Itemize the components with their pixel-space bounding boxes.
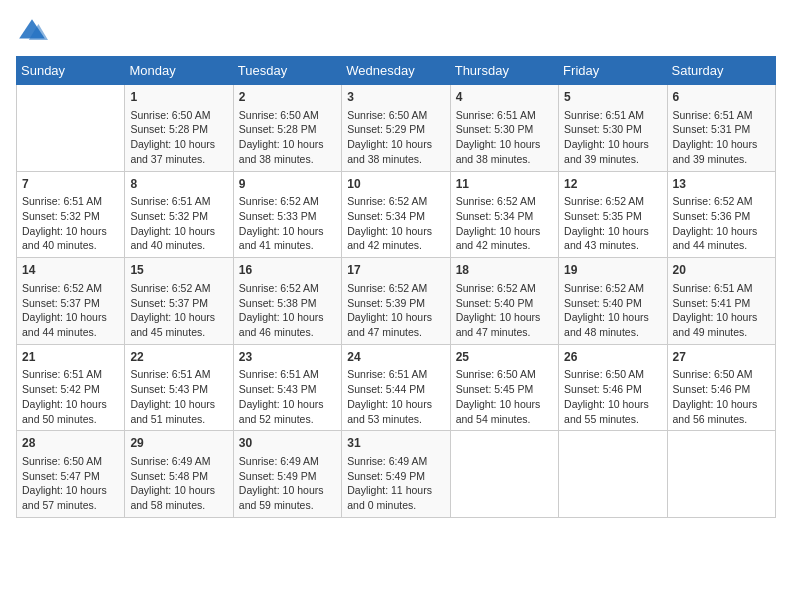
calendar-cell: 9Sunrise: 6:52 AM Sunset: 5:33 PM Daylig… (233, 171, 341, 258)
day-number: 23 (239, 349, 336, 366)
day-number: 30 (239, 435, 336, 452)
day-info: Sunrise: 6:52 AM Sunset: 5:38 PM Dayligh… (239, 281, 336, 340)
day-number: 24 (347, 349, 444, 366)
calendar-cell: 30Sunrise: 6:49 AM Sunset: 5:49 PM Dayli… (233, 431, 341, 518)
day-info: Sunrise: 6:49 AM Sunset: 5:49 PM Dayligh… (347, 454, 444, 513)
column-header-monday: Monday (125, 57, 233, 85)
calendar-table: SundayMondayTuesdayWednesdayThursdayFrid… (16, 56, 776, 518)
day-info: Sunrise: 6:52 AM Sunset: 5:40 PM Dayligh… (456, 281, 553, 340)
calendar-cell: 12Sunrise: 6:52 AM Sunset: 5:35 PM Dayli… (559, 171, 667, 258)
day-info: Sunrise: 6:52 AM Sunset: 5:36 PM Dayligh… (673, 194, 770, 253)
column-header-saturday: Saturday (667, 57, 775, 85)
calendar-cell (559, 431, 667, 518)
calendar-cell: 3Sunrise: 6:50 AM Sunset: 5:29 PM Daylig… (342, 85, 450, 172)
week-row-5: 28Sunrise: 6:50 AM Sunset: 5:47 PM Dayli… (17, 431, 776, 518)
day-info: Sunrise: 6:51 AM Sunset: 5:44 PM Dayligh… (347, 367, 444, 426)
calendar-cell: 10Sunrise: 6:52 AM Sunset: 5:34 PM Dayli… (342, 171, 450, 258)
day-info: Sunrise: 6:51 AM Sunset: 5:30 PM Dayligh… (456, 108, 553, 167)
column-header-friday: Friday (559, 57, 667, 85)
logo (16, 16, 52, 48)
day-info: Sunrise: 6:52 AM Sunset: 5:35 PM Dayligh… (564, 194, 661, 253)
page-header (16, 16, 776, 48)
day-number: 12 (564, 176, 661, 193)
day-number: 28 (22, 435, 119, 452)
day-number: 7 (22, 176, 119, 193)
calendar-cell: 31Sunrise: 6:49 AM Sunset: 5:49 PM Dayli… (342, 431, 450, 518)
day-info: Sunrise: 6:52 AM Sunset: 5:34 PM Dayligh… (347, 194, 444, 253)
calendar-cell: 25Sunrise: 6:50 AM Sunset: 5:45 PM Dayli… (450, 344, 558, 431)
day-number: 14 (22, 262, 119, 279)
calendar-cell: 6Sunrise: 6:51 AM Sunset: 5:31 PM Daylig… (667, 85, 775, 172)
week-row-2: 7Sunrise: 6:51 AM Sunset: 5:32 PM Daylig… (17, 171, 776, 258)
day-number: 16 (239, 262, 336, 279)
day-info: Sunrise: 6:51 AM Sunset: 5:43 PM Dayligh… (239, 367, 336, 426)
day-number: 4 (456, 89, 553, 106)
day-info: Sunrise: 6:50 AM Sunset: 5:46 PM Dayligh… (673, 367, 770, 426)
week-row-3: 14Sunrise: 6:52 AM Sunset: 5:37 PM Dayli… (17, 258, 776, 345)
day-number: 8 (130, 176, 227, 193)
day-info: Sunrise: 6:50 AM Sunset: 5:28 PM Dayligh… (130, 108, 227, 167)
day-number: 10 (347, 176, 444, 193)
calendar-cell: 28Sunrise: 6:50 AM Sunset: 5:47 PM Dayli… (17, 431, 125, 518)
calendar-cell: 16Sunrise: 6:52 AM Sunset: 5:38 PM Dayli… (233, 258, 341, 345)
day-info: Sunrise: 6:52 AM Sunset: 5:33 PM Dayligh… (239, 194, 336, 253)
calendar-cell: 4Sunrise: 6:51 AM Sunset: 5:30 PM Daylig… (450, 85, 558, 172)
week-row-4: 21Sunrise: 6:51 AM Sunset: 5:42 PM Dayli… (17, 344, 776, 431)
column-header-sunday: Sunday (17, 57, 125, 85)
calendar-cell: 18Sunrise: 6:52 AM Sunset: 5:40 PM Dayli… (450, 258, 558, 345)
day-number: 29 (130, 435, 227, 452)
calendar-cell: 5Sunrise: 6:51 AM Sunset: 5:30 PM Daylig… (559, 85, 667, 172)
calendar-cell: 15Sunrise: 6:52 AM Sunset: 5:37 PM Dayli… (125, 258, 233, 345)
day-info: Sunrise: 6:51 AM Sunset: 5:32 PM Dayligh… (22, 194, 119, 253)
calendar-header-row: SundayMondayTuesdayWednesdayThursdayFrid… (17, 57, 776, 85)
day-info: Sunrise: 6:52 AM Sunset: 5:40 PM Dayligh… (564, 281, 661, 340)
day-info: Sunrise: 6:51 AM Sunset: 5:32 PM Dayligh… (130, 194, 227, 253)
calendar-cell: 1Sunrise: 6:50 AM Sunset: 5:28 PM Daylig… (125, 85, 233, 172)
week-row-1: 1Sunrise: 6:50 AM Sunset: 5:28 PM Daylig… (17, 85, 776, 172)
calendar-cell: 11Sunrise: 6:52 AM Sunset: 5:34 PM Dayli… (450, 171, 558, 258)
day-number: 2 (239, 89, 336, 106)
day-info: Sunrise: 6:50 AM Sunset: 5:45 PM Dayligh… (456, 367, 553, 426)
day-info: Sunrise: 6:51 AM Sunset: 5:31 PM Dayligh… (673, 108, 770, 167)
day-number: 3 (347, 89, 444, 106)
calendar-cell: 23Sunrise: 6:51 AM Sunset: 5:43 PM Dayli… (233, 344, 341, 431)
day-number: 22 (130, 349, 227, 366)
column-header-wednesday: Wednesday (342, 57, 450, 85)
day-number: 6 (673, 89, 770, 106)
day-info: Sunrise: 6:52 AM Sunset: 5:37 PM Dayligh… (130, 281, 227, 340)
day-info: Sunrise: 6:50 AM Sunset: 5:28 PM Dayligh… (239, 108, 336, 167)
calendar-cell: 22Sunrise: 6:51 AM Sunset: 5:43 PM Dayli… (125, 344, 233, 431)
day-info: Sunrise: 6:49 AM Sunset: 5:49 PM Dayligh… (239, 454, 336, 513)
calendar-cell: 19Sunrise: 6:52 AM Sunset: 5:40 PM Dayli… (559, 258, 667, 345)
day-info: Sunrise: 6:52 AM Sunset: 5:34 PM Dayligh… (456, 194, 553, 253)
day-number: 25 (456, 349, 553, 366)
day-number: 9 (239, 176, 336, 193)
calendar-cell (667, 431, 775, 518)
calendar-cell (17, 85, 125, 172)
logo-icon (16, 16, 48, 48)
calendar-cell: 24Sunrise: 6:51 AM Sunset: 5:44 PM Dayli… (342, 344, 450, 431)
day-info: Sunrise: 6:50 AM Sunset: 5:29 PM Dayligh… (347, 108, 444, 167)
day-info: Sunrise: 6:50 AM Sunset: 5:47 PM Dayligh… (22, 454, 119, 513)
day-info: Sunrise: 6:51 AM Sunset: 5:41 PM Dayligh… (673, 281, 770, 340)
calendar-cell: 17Sunrise: 6:52 AM Sunset: 5:39 PM Dayli… (342, 258, 450, 345)
calendar-cell: 13Sunrise: 6:52 AM Sunset: 5:36 PM Dayli… (667, 171, 775, 258)
day-number: 1 (130, 89, 227, 106)
day-number: 21 (22, 349, 119, 366)
day-number: 17 (347, 262, 444, 279)
day-number: 26 (564, 349, 661, 366)
calendar-cell: 20Sunrise: 6:51 AM Sunset: 5:41 PM Dayli… (667, 258, 775, 345)
day-number: 11 (456, 176, 553, 193)
day-info: Sunrise: 6:52 AM Sunset: 5:37 PM Dayligh… (22, 281, 119, 340)
day-info: Sunrise: 6:51 AM Sunset: 5:42 PM Dayligh… (22, 367, 119, 426)
calendar-cell: 7Sunrise: 6:51 AM Sunset: 5:32 PM Daylig… (17, 171, 125, 258)
day-number: 15 (130, 262, 227, 279)
calendar-cell: 27Sunrise: 6:50 AM Sunset: 5:46 PM Dayli… (667, 344, 775, 431)
day-number: 31 (347, 435, 444, 452)
day-info: Sunrise: 6:51 AM Sunset: 5:30 PM Dayligh… (564, 108, 661, 167)
day-number: 19 (564, 262, 661, 279)
day-info: Sunrise: 6:50 AM Sunset: 5:46 PM Dayligh… (564, 367, 661, 426)
day-number: 20 (673, 262, 770, 279)
calendar-cell: 29Sunrise: 6:49 AM Sunset: 5:48 PM Dayli… (125, 431, 233, 518)
calendar-cell: 2Sunrise: 6:50 AM Sunset: 5:28 PM Daylig… (233, 85, 341, 172)
